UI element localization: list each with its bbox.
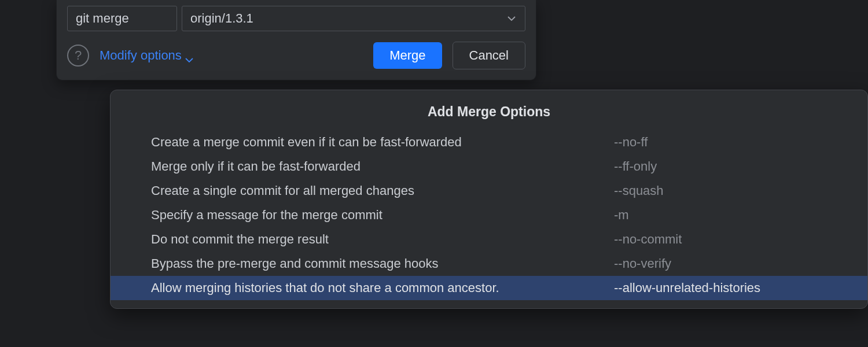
git-command-field[interactable]: git merge	[67, 6, 177, 31]
merge-option-row[interactable]: Bypass the pre-merge and commit message …	[111, 252, 867, 276]
cancel-button[interactable]: Cancel	[453, 42, 525, 69]
modify-options-label: Modify options	[100, 48, 182, 63]
option-description: Merge only if it can be fast-forwarded	[151, 159, 614, 174]
merge-button[interactable]: Merge	[373, 42, 442, 69]
option-flag: --no-verify	[614, 256, 671, 271]
git-command-text: git merge	[76, 11, 129, 26]
merge-dialog: git merge origin/1.3.1 ? Modify options …	[56, 0, 536, 80]
option-flag: --ff-only	[614, 159, 657, 174]
branch-select[interactable]: origin/1.3.1	[182, 6, 525, 31]
option-description: Specify a message for the merge commit	[151, 208, 614, 223]
option-description: Create a merge commit even if it can be …	[151, 135, 614, 150]
merge-option-row[interactable]: Merge only if it can be fast-forwarded--…	[111, 154, 867, 179]
merge-option-row[interactable]: Do not commit the merge result--no-commi…	[111, 227, 867, 252]
option-description: Allow merging histories that do not shar…	[151, 280, 614, 296]
chevron-down-icon	[506, 13, 517, 24]
branch-name: origin/1.3.1	[190, 11, 253, 26]
merge-option-row[interactable]: Allow merging histories that do not shar…	[111, 276, 867, 300]
actions-row: ? Modify options Merge Cancel	[67, 42, 525, 69]
option-flag: --no-commit	[614, 232, 682, 247]
help-symbol: ?	[75, 48, 82, 63]
chevron-down-icon	[185, 51, 193, 60]
option-description: Bypass the pre-merge and commit message …	[151, 256, 614, 271]
command-row: git merge origin/1.3.1	[67, 6, 525, 31]
option-flag: --no-ff	[614, 135, 648, 150]
popup-title: Add Merge Options	[111, 104, 867, 120]
help-icon[interactable]: ?	[67, 45, 89, 67]
merge-options-popup: Add Merge Options Create a merge commit …	[110, 90, 868, 309]
options-list: Create a merge commit even if it can be …	[111, 130, 867, 300]
option-flag: -m	[614, 208, 629, 223]
option-flag: --allow-unrelated-histories	[614, 280, 760, 296]
option-description: Do not commit the merge result	[151, 232, 614, 247]
merge-option-row[interactable]: Create a single commit for all merged ch…	[111, 179, 867, 203]
modify-options-link[interactable]: Modify options	[100, 48, 193, 63]
option-description: Create a single commit for all merged ch…	[151, 183, 614, 198]
merge-option-row[interactable]: Create a merge commit even if it can be …	[111, 130, 867, 154]
merge-option-row[interactable]: Specify a message for the merge commit-m	[111, 203, 867, 227]
option-flag: --squash	[614, 183, 664, 198]
